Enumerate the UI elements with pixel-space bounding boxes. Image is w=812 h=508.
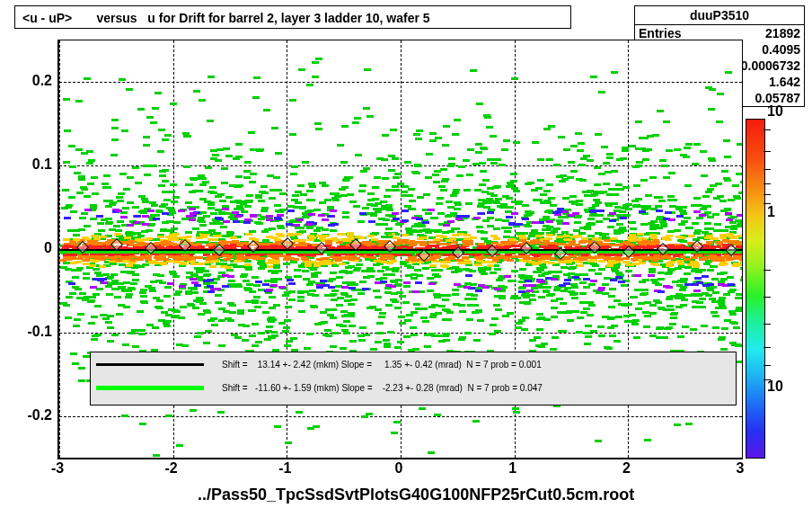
colorbar-tick [763,365,771,366]
profile-marker [145,242,157,254]
x-tick-label: 1 [508,460,516,477]
profile-marker [349,238,362,251]
profile-marker [452,246,464,259]
legend-row-2: Shift = -11.60 +- 1.59 (mkm) Slope = -2.… [91,376,736,399]
profile-marker [725,244,737,256]
legend-row-1: Shift = 13.14 +- 2.42 (mkm) Slope = 1.35… [91,352,736,376]
plot-title: <u - uP> versus u for Drift for barrel 2… [14,5,571,29]
y-tick-label: -0.2 [16,407,52,423]
figure: <u - uP> versus u for Drift for barrel 2… [0,0,812,508]
profile-marker [486,245,499,257]
stats-entries-value: 21892 [765,25,800,41]
stats-meany-value: 0.0006732 [741,58,800,74]
stats-meanx-value: 0.4095 [762,41,800,58]
plot-area: Shift = 13.14 +- 2.42 (mkm) Slope = 1.35… [57,40,743,459]
colorbar-tick [763,297,771,298]
legend-box: Shift = 13.14 +- 2.42 (mkm) Slope = 1.35… [90,352,737,406]
stats-name: duuP3510 [635,6,804,25]
x-tick-label: 0 [395,460,403,477]
legend-swatch-green [96,386,204,390]
profile-marker [520,242,533,254]
profile-marker [384,240,396,253]
colorbar-tick [763,183,771,184]
legend-text-2: Shift = -11.60 +- 1.59 (mkm) Slope = -2.… [222,383,543,393]
y-tick-label: 0 [16,240,52,256]
profile-marker [179,239,191,252]
profile-marker [76,241,89,254]
profile-marker [315,242,328,254]
colorbar-tick [763,151,771,152]
colorbar-tick [763,324,771,325]
y-tick-label: -0.1 [16,324,52,340]
profile-marker [691,240,703,253]
profile-marker [213,244,225,256]
colorbar-tick [763,347,771,348]
colorbar-label-1: 1 [767,204,775,220]
colorbar-tick [763,203,771,204]
colorbar-tick [763,270,771,271]
colorbar-tick [763,129,771,130]
x-tick-label: -3 [51,460,64,477]
legend-text-1: Shift = 13.14 +- 2.42 (mkm) Slope = 1.35… [222,360,542,370]
profile-marker [657,243,669,255]
profile-marker [281,237,294,250]
profile-marker [554,247,567,260]
colorbar-label-10-bottom: 10 [767,379,783,395]
y-tick-label: 0.1 [16,156,52,173]
y-tick-label: 0.2 [16,73,52,89]
file-label: ../Pass50_TpcSsdSvtPlotsG40G100NFP25rCut… [198,486,634,504]
x-tick-label: -1 [278,460,291,477]
colorbar [746,119,765,459]
profile-marker [110,238,123,251]
x-tick-label: -2 [165,460,178,477]
profile-marker [418,248,430,261]
profile-marker [247,240,260,253]
colorbar-tick [763,379,771,380]
stats-rmsx-value: 1.642 [769,74,800,90]
profile-marker [588,241,601,254]
x-tick-label: 3 [737,460,745,477]
colorbar-tick [763,169,771,170]
legend-swatch-black [96,363,204,366]
x-tick-label: 2 [622,460,631,477]
colorbar-tick [763,194,771,195]
colorbar-label-10-top: 10 [767,103,783,120]
profile-marker [622,245,635,258]
profile-markers [59,243,742,257]
